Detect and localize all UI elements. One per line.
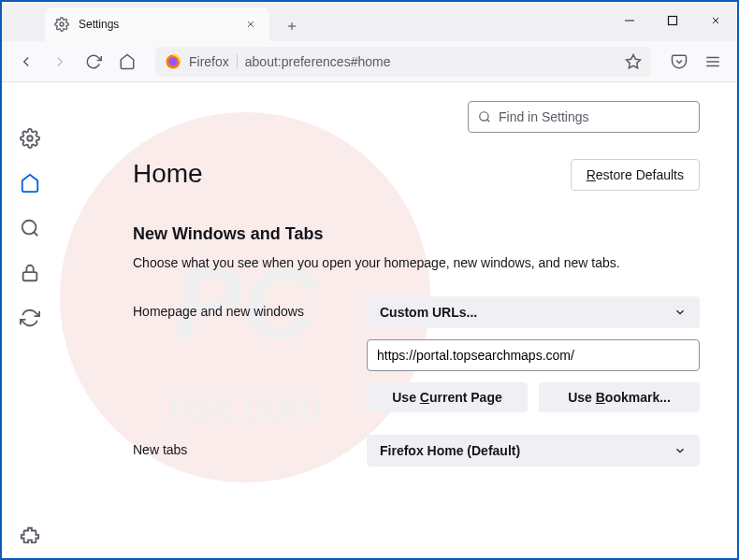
search-icon — [478, 110, 491, 123]
url-context: Firefox — [189, 54, 229, 69]
svg-line-23 — [487, 120, 490, 122]
sidebar-item-search[interactable] — [19, 217, 41, 239]
toolbar: Firefox about:preferences#home — [2, 41, 737, 82]
sidebar-item-home[interactable] — [19, 172, 41, 194]
minimize-button[interactable] — [608, 2, 651, 39]
use-bookmark-button[interactable]: Use Bookmark... — [539, 382, 700, 412]
close-icon[interactable] — [241, 15, 260, 34]
setting-new-tabs: New tabs Firefox Home (Default) — [133, 435, 700, 467]
menu-button[interactable] — [698, 47, 728, 77]
sidebar-item-extensions[interactable] — [19, 524, 41, 547]
browser-tab[interactable]: Settings — [45, 7, 269, 41]
chevron-down-icon — [674, 444, 687, 457]
url-address: about:preferences#home — [245, 54, 617, 69]
close-window-button[interactable] — [694, 2, 737, 39]
address-bar[interactable]: Firefox about:preferences#home — [155, 47, 651, 77]
restore-defaults-button[interactable]: RRestore Defaultsestore Defaults — [571, 159, 700, 191]
setting-homepage: Homepage and new windows Custom URLs... … — [133, 296, 700, 412]
reload-button[interactable] — [79, 47, 109, 77]
settings-sidebar — [2, 82, 58, 558]
svg-line-20 — [34, 232, 37, 236]
home-button[interactable] — [112, 47, 142, 77]
svg-point-0 — [60, 22, 64, 26]
homepage-label: Homepage and new windows — [133, 296, 348, 319]
homepage-url-input[interactable] — [367, 339, 700, 371]
bookmark-star-icon[interactable] — [625, 53, 642, 70]
chevron-down-icon — [674, 306, 687, 319]
maximize-button[interactable] — [651, 2, 694, 39]
settings-main[interactable]: Home RRestore Defaultsestore Defaults Ne… — [58, 82, 737, 558]
use-current-page-button[interactable]: Use Current Page — [367, 382, 528, 412]
svg-point-18 — [27, 136, 33, 141]
window-controls — [608, 2, 737, 39]
sidebar-item-sync[interactable] — [19, 307, 41, 329]
new-tab-button[interactable] — [277, 11, 307, 41]
page-title: Home — [133, 159, 203, 189]
content: PCrisk.com Home RRestore Defaultsestore … — [2, 82, 737, 558]
newtabs-label: New tabs — [133, 435, 348, 457]
svg-marker-11 — [627, 54, 641, 67]
settings-search-input[interactable] — [499, 109, 689, 124]
homepage-dropdown-value: Custom URLs... — [380, 305, 477, 320]
firefox-logo-icon — [165, 53, 181, 70]
back-button[interactable] — [11, 47, 41, 77]
pocket-button[interactable] — [664, 47, 694, 77]
svg-point-22 — [480, 112, 488, 121]
homepage-dropdown[interactable]: Custom URLs... — [367, 296, 700, 328]
sidebar-item-general[interactable] — [19, 127, 41, 150]
section-title: New Windows and Tabs — [133, 224, 700, 244]
settings-search[interactable] — [468, 101, 700, 133]
forward-button[interactable] — [45, 47, 75, 77]
svg-point-10 — [169, 57, 178, 65]
svg-rect-6 — [669, 17, 677, 25]
section-description: Choose what you see when you open your h… — [133, 255, 700, 270]
newtabs-dropdown[interactable]: Firefox Home (Default) — [367, 435, 700, 467]
tab-title: Settings — [79, 18, 232, 31]
gear-icon — [54, 17, 69, 32]
sidebar-item-privacy[interactable] — [19, 262, 41, 284]
url-separator — [237, 54, 238, 69]
svg-rect-21 — [23, 272, 37, 280]
tab-bar: Settings — [2, 2, 737, 41]
svg-point-19 — [22, 221, 36, 235]
newtabs-dropdown-value: Firefox Home (Default) — [380, 443, 520, 458]
